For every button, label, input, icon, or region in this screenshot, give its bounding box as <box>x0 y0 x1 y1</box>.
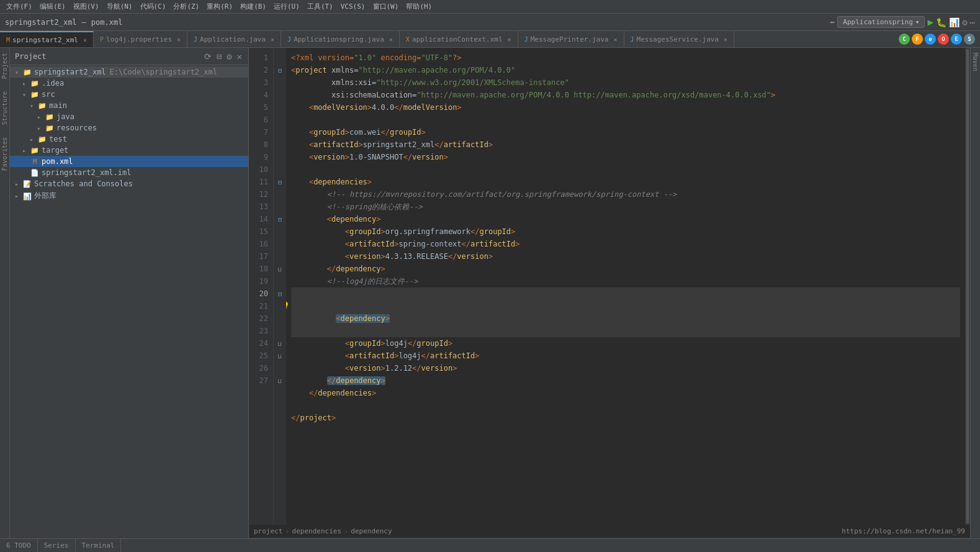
tree-item-root[interactable]: ▾ 📁 springstart2_xml E:\Code\springstart… <box>10 66 248 78</box>
code-content[interactable]: <?xml version="1.0" encoding="UTF-8"?> <… <box>286 48 965 525</box>
src-folder-icon: 📁 <box>30 91 40 98</box>
menu-vcs[interactable]: VCS(S) <box>337 2 369 11</box>
menu-run[interactable]: 运行(U) <box>270 2 303 11</box>
left-side-tabs: Project Structure Favorites <box>0 48 10 538</box>
tab-close-service[interactable]: ✕ <box>724 36 727 43</box>
line-num-3: 3 <box>256 76 268 89</box>
sync-button[interactable]: ⟳ <box>203 50 213 63</box>
menu-refactor[interactable]: 重构(R) <box>203 2 236 11</box>
ie-browser-icon[interactable]: e <box>925 34 936 45</box>
settings-button[interactable]: ⚙ <box>225 50 233 63</box>
tab-messagesservice[interactable]: J MessagesService.java ✕ <box>624 31 735 47</box>
tab-springstart2-xml[interactable]: M springstart2_xml ✕ <box>0 31 94 47</box>
menu-build[interactable]: 构建(B) <box>236 2 270 11</box>
more-icon[interactable]: ⋯ <box>970 17 975 27</box>
gutter-14[interactable]: ⊟ <box>274 213 286 225</box>
favorites-side-tab[interactable]: Favorites <box>0 132 9 176</box>
tab-close-app[interactable]: ✕ <box>271 36 274 43</box>
project-side-tab[interactable]: Project <box>0 48 9 84</box>
bottom-tab-terminal[interactable]: Terminal <box>76 539 122 553</box>
menu-edit[interactable]: 编辑(E) <box>36 2 70 11</box>
structure-side-tab[interactable]: Structure <box>0 86 9 130</box>
tree-item-java[interactable]: ▸ 📁 java <box>10 111 248 122</box>
tab-log4j[interactable]: P log4j.properties ✕ <box>94 31 187 47</box>
tab-messageprinter[interactable]: J MessagePrinter.java ✕ <box>518 31 624 47</box>
safari-browser-icon[interactable]: S <box>964 34 975 45</box>
coverage-button[interactable]: 📊 <box>949 17 960 27</box>
bottom-tab-series[interactable]: Series <box>38 539 76 553</box>
tree-item-external[interactable]: ▸ 📊 外部库 <box>10 189 248 202</box>
maven-side-tab[interactable]: Maven <box>971 48 980 76</box>
tab-close-context[interactable]: ✕ <box>508 36 511 43</box>
close-sidebar-button[interactable]: ✕ <box>236 50 243 63</box>
tree-item-scratches[interactable]: ▸ 📝 Scratches and Consoles <box>10 178 248 189</box>
menu-tools[interactable]: 工具(T) <box>303 2 337 11</box>
tree-item-idea[interactable]: ▸ 📁 .idea <box>10 78 248 89</box>
scrollbar-right[interactable] <box>965 48 970 525</box>
edge-browser-icon[interactable]: E <box>951 34 962 45</box>
code-line-11: <dependencies> <box>291 176 960 188</box>
code-line-27: </project> <box>291 412 960 424</box>
tab-close-appspring[interactable]: ✕ <box>389 36 393 43</box>
gutter-4 <box>274 89 286 101</box>
code-editor[interactable]: 1 2 3 4 5 6 7 8 9 10 11 12 13 14 15 16 1… <box>249 48 970 525</box>
menu-window[interactable]: 窗口(W) <box>369 2 403 11</box>
settings-icon[interactable]: ⚙ <box>962 17 967 27</box>
gutter-22 <box>274 312 286 325</box>
tab-close-log4j[interactable]: ✕ <box>177 36 181 43</box>
tree-item-main[interactable]: ▾ 📁 main <box>10 100 248 111</box>
tab-close-xml[interactable]: ✕ <box>83 37 87 43</box>
menu-nav[interactable]: 导航(N) <box>103 2 137 11</box>
java-folder-icon: 📁 <box>45 113 55 120</box>
gutter-20[interactable]: ⊟ <box>274 287 286 300</box>
bc-project[interactable]: project <box>254 527 282 535</box>
todo-count-label: 6 TODO <box>6 541 31 550</box>
bottom-tab-todo[interactable]: 6 TODO <box>0 539 38 553</box>
arrow-java: ▸ <box>37 114 45 120</box>
bc-dependencies[interactable]: dependencies <box>292 527 341 535</box>
gutter-2[interactable]: ⊟ <box>274 64 286 76</box>
tree-item-resources[interactable]: ▸ 📁 resources <box>10 122 248 133</box>
arrow-external: ▸ <box>15 192 22 199</box>
tree-item-target[interactable]: ▸ 📁 target <box>10 145 248 156</box>
run-config-dropdown[interactable]: Applicationspring ▾ <box>837 16 925 28</box>
opera-browser-icon[interactable]: O <box>938 34 949 45</box>
tree-item-iml[interactable]: ▸ 📄 springstart2_xml.iml <box>10 167 248 178</box>
bc-sep-1: › <box>285 527 289 536</box>
menu-view[interactable]: 视图(V) <box>70 2 103 11</box>
file-title: – <box>82 18 86 27</box>
menu-file[interactable]: 文件(F) <box>2 2 36 11</box>
run-button[interactable]: ▶ <box>927 16 933 28</box>
tab-appcontext-xml[interactable]: X applicationContext.xml ✕ <box>400 31 518 47</box>
gutter-11[interactable]: ⊟ <box>274 176 286 188</box>
main-folder-icon: 📁 <box>37 102 47 109</box>
tree-item-pom[interactable]: ▸ M pom.xml <box>10 156 248 167</box>
menu-help[interactable]: 帮助(H) <box>402 2 436 11</box>
tree-label-java: java <box>56 112 74 121</box>
bulb-icon[interactable]: 💡 <box>286 300 290 312</box>
menu-code[interactable]: 代码(C) <box>137 2 170 11</box>
collapse-all-button[interactable]: ⊟ <box>215 50 223 63</box>
bc-dependency[interactable]: dependency <box>351 527 392 535</box>
project-tree: ▾ 📁 springstart2_xml E:\Code\springstart… <box>10 65 248 538</box>
tab-application-java[interactable]: J Application.java ✕ <box>187 31 281 47</box>
tab-close-printer[interactable]: ✕ <box>614 36 618 43</box>
idea-folder-icon: 📁 <box>30 79 40 87</box>
chrome-browser-icon[interactable]: C <box>899 34 910 45</box>
tab-applicationspring-java[interactable]: J Applicationspring.java ✕ <box>281 31 400 47</box>
debug-button[interactable]: 🐛 <box>936 17 946 27</box>
tab-icon-java2: J <box>287 36 291 43</box>
arrow-target: ▸ <box>22 147 30 154</box>
nav-back-icon[interactable]: ⬅ <box>830 17 835 27</box>
arrow-root: ▾ <box>15 69 22 76</box>
menu-analyze[interactable]: 分析(Z) <box>169 2 203 11</box>
gutter-1 <box>274 52 286 64</box>
tab-icon-java1: J <box>194 36 197 43</box>
tree-item-test[interactable]: ▸ 📁 test <box>10 133 248 145</box>
gutter-7 <box>274 126 286 138</box>
tree-item-src[interactable]: ▾ 📁 src <box>10 89 248 100</box>
gutter-18: ⊔ <box>274 263 286 275</box>
firefox-browser-icon[interactable]: F <box>912 34 923 45</box>
tree-label-target: target <box>42 146 68 155</box>
code-line-24: </dependency> <box>291 374 960 387</box>
